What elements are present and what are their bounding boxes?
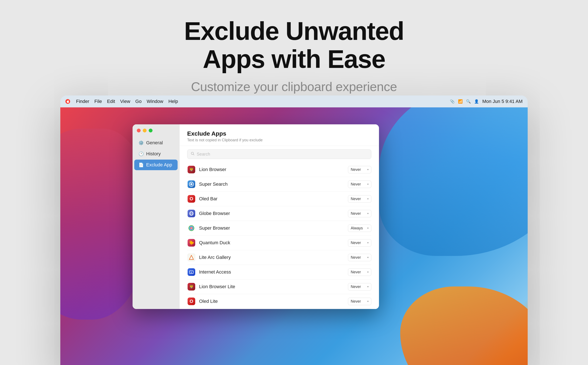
search-bar[interactable]: Search: [187, 149, 371, 159]
app-dropdown[interactable]: Never▾: [348, 166, 371, 173]
search-input[interactable]: Search: [197, 152, 210, 157]
app-name: Lion Browser: [199, 167, 348, 172]
sidebar-item-exclude-app[interactable]: 📄 Exclude App: [134, 160, 178, 170]
app-icon-super-browser: [187, 224, 196, 232]
menubar-view[interactable]: View: [120, 99, 130, 104]
menubar-items: Finder File Edit View Go Window Help: [76, 99, 178, 104]
chevron-down-icon: ▾: [367, 241, 369, 244]
dropdown-value: Never: [351, 285, 361, 289]
app-name: Super Search: [199, 182, 348, 187]
menubar-finder[interactable]: Finder: [76, 99, 89, 104]
dropdown-value: Never: [351, 270, 361, 274]
app-list: 🦁Lion BrowserNever▾Super SearchNever▾OOl…: [179, 162, 379, 309]
sidebar-item-history[interactable]: 🕐 History: [134, 148, 178, 159]
svg-rect-19: [187, 253, 195, 261]
chevron-down-icon: ▾: [367, 183, 369, 186]
app-row: OOled LiteNever▾: [187, 294, 371, 309]
dropdown-value: Never: [351, 241, 361, 245]
hero-title: Exclude Unwanted Apps with Ease: [184, 17, 404, 73]
hero-title-line2: Apps with Ease: [203, 45, 385, 73]
sidebar-label-exclude-app: Exclude App: [146, 162, 172, 168]
app-dropdown[interactable]: Never▾: [348, 283, 371, 290]
svg-text:🦁: 🦁: [189, 167, 194, 172]
sidebar-label-general: General: [146, 140, 163, 146]
app-row: 🦁Lion BrowserNever▾: [187, 162, 371, 177]
dropdown-value: Never: [351, 211, 361, 216]
menubar-user-icon: 👤: [474, 99, 479, 104]
app-icon-internet: E: [187, 268, 196, 276]
app-dropdown[interactable]: Never▾: [348, 239, 371, 246]
app-icon-oled-lite: O: [187, 297, 196, 306]
close-button[interactable]: [137, 129, 141, 133]
sidebar-label-history: History: [146, 151, 161, 157]
content-title: Exclude Apps: [187, 130, 371, 137]
dropdown-value: Never: [351, 197, 361, 201]
app-name: Oled Lite: [199, 299, 348, 304]
chevron-down-icon: ▾: [367, 285, 369, 288]
app-icon-lion: 🦁: [187, 165, 196, 174]
dropdown-value: Never: [351, 168, 361, 172]
menubar-datetime: Mon Jun 5 9:41 AM: [482, 99, 523, 104]
svg-text:O: O: [189, 196, 193, 201]
maximize-button[interactable]: [149, 129, 152, 133]
minimize-button[interactable]: [143, 129, 147, 133]
hero-title-line1: Exclude Unwanted: [184, 17, 404, 45]
general-icon: ⚙️: [138, 140, 143, 145]
app-icon-lion-lite: 🦁: [187, 282, 196, 291]
app-name: Quantum Duck: [199, 240, 348, 246]
menubar-search-icon[interactable]: 🔍: [466, 99, 471, 104]
menubar-help[interactable]: Help: [168, 99, 178, 104]
chevron-down-icon: ▾: [367, 168, 369, 171]
app-name: Lion Browser Lite: [199, 284, 348, 289]
chevron-down-icon: ▾: [367, 212, 369, 215]
search-icon: [191, 152, 194, 157]
dropdown-value: Never: [351, 299, 361, 304]
app-row: OOled BarNever▾: [187, 192, 371, 206]
app-dropdown[interactable]: Never▾: [348, 254, 371, 261]
menubar: Finder File Edit View Go Window Help 📎 📶…: [60, 96, 528, 107]
app-dropdown[interactable]: Never▾: [348, 210, 371, 217]
app-dropdown[interactable]: Always▾: [348, 225, 371, 232]
dropdown-value: Always: [351, 226, 363, 231]
app-icon-oled: O: [187, 195, 196, 203]
svg-text:🦁: 🦁: [189, 284, 194, 289]
exclude-app-icon: 📄: [138, 162, 143, 168]
content-subtitle: Text is not copied in Clipboard if you e…: [187, 138, 371, 142]
wallpaper: ⚙️ General 🕐 History 📄 Exclude App Exclu…: [60, 107, 528, 365]
app-dropdown[interactable]: Never▾: [348, 181, 371, 188]
app-row: 🦁Lion Browser LiteNever▾: [187, 280, 371, 294]
menubar-wifi-icon: 📶: [458, 99, 463, 104]
svg-line-1: [193, 154, 194, 155]
app-dropdown[interactable]: Never▾: [348, 195, 371, 203]
menubar-edit[interactable]: Edit: [107, 99, 115, 104]
sidebar: ⚙️ General 🕐 History 📄 Exclude App: [133, 124, 179, 309]
app-row: Globe BrowserNever▾: [187, 206, 371, 221]
menubar-right: 📎 📶 🔍 👤 Mon Jun 5 9:41 AM: [450, 99, 523, 104]
svg-text:🐤: 🐤: [189, 240, 194, 245]
app-row: Lite Arc GalleryNever▾: [187, 250, 371, 265]
app-dropdown[interactable]: Never▾: [348, 298, 371, 305]
app-icon-super-search: [187, 180, 196, 189]
app-name: Lite Arc Gallery: [199, 255, 348, 260]
chevron-down-icon: ▾: [367, 197, 369, 200]
sidebar-item-general[interactable]: ⚙️ General: [134, 138, 178, 148]
menubar-go[interactable]: Go: [135, 99, 142, 104]
chevron-down-icon: ▾: [367, 271, 369, 274]
app-dropdown[interactable]: Never▾: [348, 268, 371, 276]
menubar-file[interactable]: File: [94, 99, 102, 104]
menubar-window[interactable]: Window: [147, 99, 163, 104]
apple-menu-icon[interactable]: [65, 99, 70, 104]
traffic-lights: [137, 129, 152, 133]
app-name: Internet Access: [199, 269, 348, 275]
content-header: Exclude Apps Text is not copied in Clipb…: [179, 124, 379, 146]
app-name: Super Browser: [199, 225, 348, 231]
history-icon: 🕐: [138, 151, 143, 156]
menubar-clip-icon: 📎: [450, 99, 455, 104]
app-name: Globe Browser: [199, 211, 348, 216]
hero-section: Exclude Unwanted Apps with Ease Customiz…: [184, 0, 404, 94]
dropdown-value: Never: [351, 182, 361, 187]
app-row: 🐤Quantum DuckNever▾: [187, 236, 371, 250]
mac-screenshot: Finder File Edit View Go Window Help 📎 📶…: [60, 96, 528, 365]
hero-subtitle: Customize your clipboard experience: [184, 79, 404, 94]
app-icon-quantum: 🐤: [187, 239, 196, 247]
